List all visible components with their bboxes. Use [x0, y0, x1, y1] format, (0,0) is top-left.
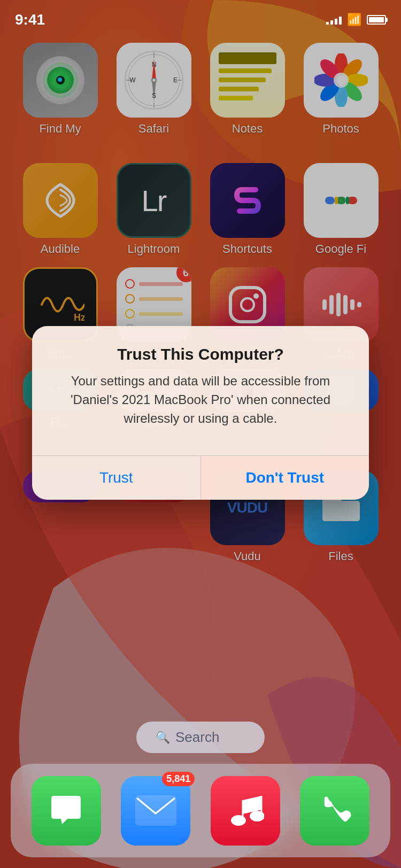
trust-dialog: Trust This Computer? Your settings and d…: [32, 326, 369, 500]
dock-phone[interactable]: [300, 776, 369, 846]
dock-mail[interactable]: 5,841: [121, 776, 190, 846]
search-bar[interactable]: 🔍 Search: [136, 722, 265, 753]
dock-music[interactable]: [211, 776, 280, 846]
dock: 5,841: [11, 764, 390, 857]
dialog-title: Trust This Computer?: [48, 345, 353, 363]
wifi-icon: 📶: [347, 13, 361, 27]
search-icon: 🔍: [156, 731, 170, 745]
status-bar: 9:41 📶: [0, 0, 401, 32]
battery-icon: [367, 15, 386, 25]
signal-bars-icon: [326, 15, 342, 25]
status-icons: 📶: [326, 13, 386, 27]
svg-rect-46: [136, 796, 176, 825]
search-bar-container[interactable]: 🔍 Search: [136, 722, 265, 753]
search-label: Search: [175, 729, 219, 746]
dock-messages[interactable]: [32, 776, 101, 846]
dont-trust-button[interactable]: Don't Trust: [201, 456, 369, 500]
status-time: 9:41: [15, 11, 45, 28]
trust-button[interactable]: Trust: [32, 456, 201, 500]
mail-badge: 5,841: [162, 772, 195, 786]
dialog-buttons: Trust Don't Trust: [32, 456, 369, 500]
dialog-message: Your settings and data will be accessibl…: [48, 372, 353, 428]
svg-point-47: [231, 815, 246, 826]
